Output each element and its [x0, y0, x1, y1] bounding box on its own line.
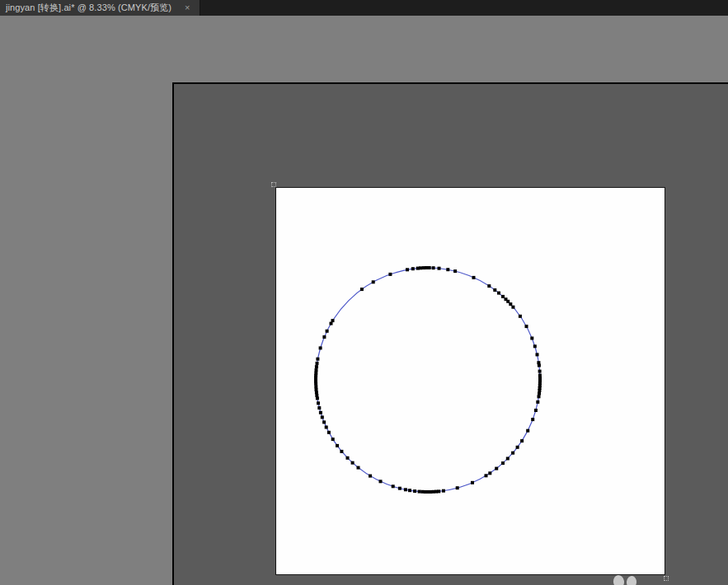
anchor-point[interactable] [428, 266, 431, 269]
anchor-point[interactable] [315, 391, 318, 394]
anchor-point[interactable] [530, 337, 533, 340]
anchor-point[interactable] [325, 426, 328, 429]
anchor-point[interactable] [404, 488, 407, 491]
anchor-point[interactable] [442, 489, 445, 493]
anchor-point[interactable] [509, 302, 512, 306]
anchor-point[interactable] [531, 418, 534, 421]
anchor-point[interactable] [453, 269, 457, 273]
anchor-point[interactable] [315, 394, 318, 397]
anchor-point[interactable] [501, 295, 505, 298]
anchor-point[interactable] [533, 344, 537, 348]
anchor-point[interactable] [456, 486, 459, 489]
anchor-point[interactable] [360, 288, 364, 291]
anchor-point[interactable] [331, 319, 335, 322]
anchor-point[interactable] [331, 438, 335, 441]
anchor-point[interactable] [357, 466, 360, 470]
artboard[interactable] [275, 187, 665, 575]
anchor-point[interactable] [446, 268, 449, 271]
anchor-point[interactable] [330, 322, 333, 325]
anchor-point[interactable] [488, 471, 491, 475]
anchor-point[interactable] [379, 480, 383, 483]
anchor-point[interactable] [322, 335, 326, 339]
anchor-point[interactable] [319, 411, 322, 414]
anchor-point[interactable] [520, 439, 524, 442]
anchor-point[interactable] [526, 429, 529, 433]
anchor-point[interactable] [438, 267, 441, 270]
anchor-point[interactable] [506, 457, 510, 461]
anchor-point[interactable] [511, 452, 514, 455]
anchor-point[interactable] [538, 370, 542, 373]
anchor-point[interactable] [326, 330, 329, 333]
anchor-point[interactable] [369, 475, 372, 478]
anchor-point[interactable] [519, 315, 522, 318]
anchor-point[interactable] [321, 415, 324, 419]
artboard-corner-mark [271, 182, 276, 187]
anchor-point[interactable] [317, 401, 320, 405]
anchor-point[interactable] [314, 385, 317, 388]
anchor-point[interactable] [327, 431, 331, 434]
anchor-point[interactable] [493, 288, 496, 292]
anchor-point[interactable] [317, 406, 321, 410]
anchor-point[interactable] [432, 266, 435, 269]
anchor-point[interactable] [316, 396, 319, 400]
anchor-point[interactable] [408, 489, 411, 492]
anchor-point[interactable] [319, 346, 322, 349]
anchor-point[interactable] [411, 267, 415, 270]
anchor-point[interactable] [315, 365, 318, 368]
anchor-point[interactable] [315, 388, 318, 391]
anchor-point[interactable] [372, 280, 375, 283]
anchor-point[interactable] [538, 364, 541, 367]
anchor-point[interactable] [538, 395, 541, 398]
anchor-point[interactable] [472, 276, 476, 279]
anchor-point[interactable] [413, 489, 416, 493]
artboard-corner-mark [664, 576, 669, 581]
anchor-point[interactable] [420, 490, 424, 494]
anchor-point[interactable] [497, 292, 500, 295]
anchor-point[interactable] [425, 266, 428, 269]
anchor-point[interactable] [322, 420, 326, 424]
anchor-point[interactable] [336, 444, 339, 447]
anchor-point[interactable] [315, 368, 318, 372]
anchor-point[interactable] [536, 353, 539, 356]
anchor-point[interactable] [516, 446, 519, 449]
document-tab[interactable]: jingyan [转换].ai* @ 8.33% (CMYK/预览) × [0, 0, 200, 16]
anchor-point[interactable] [536, 400, 539, 404]
anchor-point[interactable] [511, 306, 514, 309]
anchor-point[interactable] [538, 389, 541, 392]
anchor-point[interactable] [388, 273, 392, 276]
anchor-point[interactable] [314, 372, 317, 375]
tab-close-icon[interactable]: × [183, 2, 191, 13]
anchor-point[interactable] [534, 409, 538, 412]
anchor-point[interactable] [316, 358, 319, 361]
anchor-point[interactable] [419, 266, 422, 269]
anchor-point[interactable] [346, 456, 350, 460]
anchor-point[interactable] [406, 268, 409, 271]
selected-circle-path[interactable] [276, 188, 665, 574]
anchor-point[interactable] [501, 461, 505, 465]
anchor-point[interactable] [398, 487, 402, 490]
anchor-point[interactable] [471, 481, 474, 484]
anchor-point[interactable] [340, 450, 343, 453]
anchor-point[interactable] [316, 362, 319, 365]
anchor-point[interactable] [485, 474, 488, 477]
anchor-point[interactable] [525, 325, 528, 328]
anchor-point[interactable] [351, 461, 355, 465]
anchor-point[interactable] [487, 284, 491, 288]
anchor-point[interactable] [538, 392, 541, 395]
anchor-point[interactable] [392, 484, 395, 488]
anchor-point[interactable] [495, 467, 498, 470]
document-tab-bar: jingyan [转换].ai* @ 8.33% (CMYK/预览) × [0, 0, 728, 16]
anchor-point[interactable] [418, 490, 421, 494]
document-tab-title: jingyan [转换].ai* @ 8.33% (CMYK/预览) [6, 2, 171, 14]
